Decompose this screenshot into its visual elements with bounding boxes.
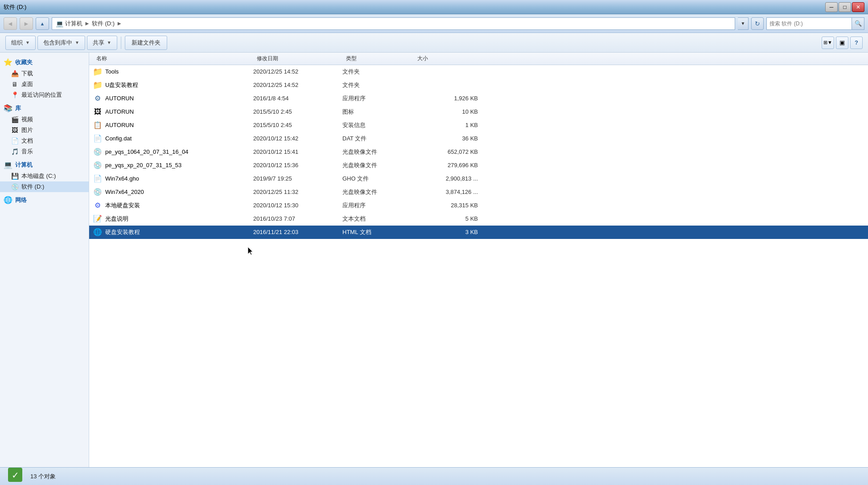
sidebar-item-download-label: 下载 xyxy=(21,70,33,78)
help-button[interactable]: ? xyxy=(850,37,863,49)
library-label: 库 xyxy=(15,104,21,112)
col-header-date[interactable]: 修改日期 xyxy=(253,53,342,65)
file-type: 应用程序 xyxy=(342,95,414,103)
sidebar-favorites-header[interactable]: ⭐ 收藏夹 xyxy=(0,56,89,68)
file-size: 28,315 KB xyxy=(414,202,485,209)
file-type: 文件夹 xyxy=(342,68,414,76)
sidebar-item-d-drive[interactable]: 💿 软件 (D:) xyxy=(0,181,89,192)
file-type: 安装信息 xyxy=(342,121,414,129)
sidebar-network-header[interactable]: 🌐 网络 xyxy=(0,194,89,206)
sidebar-item-videos-label: 视频 xyxy=(21,115,33,123)
file-date: 2020/12/25 14:52 xyxy=(253,68,342,75)
path-sep-1: ► xyxy=(84,20,90,27)
file-date: 2020/10/12 15:42 xyxy=(253,135,342,142)
sidebar-item-recent[interactable]: 📍 最近访问的位置 xyxy=(0,90,89,100)
file-date: 2019/9/7 19:25 xyxy=(253,175,342,182)
sidebar-computer-header[interactable]: 💻 计算机 xyxy=(0,159,89,171)
col-header-name[interactable]: 名称 xyxy=(93,53,253,65)
file-row[interactable]: 🌐 硬盘安装教程 2016/11/21 22:03 HTML 文档 3 KB xyxy=(89,226,868,239)
path-item-drive[interactable]: 软件 (D:) xyxy=(92,20,115,28)
include-library-label: 包含到库中 xyxy=(43,39,72,47)
sidebar-item-download[interactable]: 📥 下载 xyxy=(0,68,89,79)
status-icon: ✓ xyxy=(7,467,23,485)
file-icon: 📄 xyxy=(93,174,103,183)
file-name: 光盘说明 xyxy=(105,215,253,223)
address-path: 💻 计算机 ► 软件 (D:) ► xyxy=(52,17,735,30)
view-options-button[interactable]: ⊞▼ xyxy=(822,37,834,49)
titlebar-title: 软件 (D:) xyxy=(4,3,26,11)
main-layout: ⭐ 收藏夹 📥 下载 🖥 桌面 📍 最近访问的位置 📚 库 � xyxy=(0,53,868,467)
sidebar-library-section: 📚 库 🎬 视频 🖼 图片 📄 文档 🎵 音乐 xyxy=(0,102,89,157)
file-size: 279,696 KB xyxy=(414,162,485,169)
path-dropdown-button[interactable]: ▼ xyxy=(738,17,749,30)
file-row[interactable]: 📋 AUTORUN 2015/5/10 2:45 安装信息 1 KB xyxy=(89,119,868,132)
file-row[interactable]: 💿 Win7x64_2020 2020/12/25 11:32 光盘映像文件 3… xyxy=(89,185,868,199)
file-row[interactable]: 📁 Tools 2020/12/25 14:52 文件夹 xyxy=(89,65,868,78)
library-icon: 📚 xyxy=(4,104,12,112)
organize-button[interactable]: 组织 ▼ xyxy=(5,36,36,50)
file-size: 3 KB xyxy=(414,229,485,235)
forward-button[interactable]: ► xyxy=(20,17,33,30)
file-icon: 📁 xyxy=(93,67,103,77)
share-dropdown-icon: ▼ xyxy=(107,40,111,45)
file-icon: 📝 xyxy=(93,214,103,223)
sidebar-item-pictures[interactable]: 🖼 图片 xyxy=(0,125,89,136)
search-icon[interactable]: 🔍 xyxy=(852,18,864,29)
file-row[interactable]: 📁 U盘安装教程 2020/12/25 14:52 文件夹 xyxy=(89,78,868,92)
file-date: 2020/10/12 15:41 xyxy=(253,148,342,155)
col-header-size[interactable]: 大小 xyxy=(414,53,485,65)
preview-pane-button[interactable]: ▣ xyxy=(836,37,848,49)
file-type: 光盘映像文件 xyxy=(342,148,414,156)
file-name: Tools xyxy=(105,68,253,75)
file-row[interactable]: 🖼 AUTORUN 2015/5/10 2:45 图标 10 KB xyxy=(89,105,868,119)
file-icon: ⚙ xyxy=(93,94,103,103)
file-row[interactable]: 💿 pe_yqs_xp_20_07_31_15_53 2020/10/12 15… xyxy=(89,159,868,172)
titlebar-left: 软件 (D:) xyxy=(4,3,26,11)
include-library-dropdown-icon: ▼ xyxy=(75,40,79,45)
file-name: Win7x64_2020 xyxy=(105,189,253,195)
file-row[interactable]: 💿 pe_yqs_1064_20_07_31_16_04 2020/10/12 … xyxy=(89,145,868,159)
file-date: 2020/12/25 11:32 xyxy=(253,189,342,195)
col-header-type[interactable]: 类型 xyxy=(342,53,414,65)
organize-dropdown-icon: ▼ xyxy=(25,40,30,45)
file-type: 图标 xyxy=(342,108,414,116)
refresh-button[interactable]: ↻ xyxy=(751,17,764,30)
file-size: 2,900,813 ... xyxy=(414,175,485,182)
sidebar-item-videos[interactable]: 🎬 视频 xyxy=(0,114,89,125)
maximize-button[interactable]: □ xyxy=(839,2,851,12)
file-date: 2016/11/21 22:03 xyxy=(253,229,342,235)
sidebar-library-header[interactable]: 📚 库 xyxy=(0,102,89,114)
column-headers: 名称 修改日期 类型 大小 xyxy=(89,53,868,65)
file-row[interactable]: 📄 Win7x64.gho 2019/9/7 19:25 GHO 文件 2,90… xyxy=(89,172,868,185)
toolbar-separator xyxy=(121,37,121,49)
file-name: AUTORUN xyxy=(105,95,253,102)
file-row[interactable]: 📄 Config.dat 2020/10/12 15:42 DAT 文件 36 … xyxy=(89,132,868,145)
new-folder-button[interactable]: 新建文件夹 xyxy=(125,36,167,50)
file-date: 2020/12/25 14:52 xyxy=(253,82,342,88)
close-button[interactable]: ✕ xyxy=(852,2,864,12)
sidebar-item-music[interactable]: 🎵 音乐 xyxy=(0,146,89,157)
file-type: 光盘映像文件 xyxy=(342,188,414,196)
file-type: 光盘映像文件 xyxy=(342,161,414,169)
file-row[interactable]: 📝 光盘说明 2016/10/23 7:07 文本文档 5 KB xyxy=(89,212,868,226)
share-button[interactable]: 共享 ▼ xyxy=(87,36,117,50)
sidebar-item-documents[interactable]: 📄 文档 xyxy=(0,136,89,146)
network-label: 网络 xyxy=(15,196,27,204)
up-button[interactable]: ▲ xyxy=(36,17,49,30)
back-button[interactable]: ◄ xyxy=(4,17,17,30)
search-input[interactable] xyxy=(767,21,852,27)
include-library-button[interactable]: 包含到库中 ▼ xyxy=(37,36,85,50)
sidebar-item-desktop[interactable]: 🖥 桌面 xyxy=(0,79,89,90)
network-icon: 🌐 xyxy=(4,196,12,204)
file-date: 2016/10/23 7:07 xyxy=(253,215,342,222)
minimize-button[interactable]: ─ xyxy=(825,2,838,12)
file-name: pe_yqs_xp_20_07_31_15_53 xyxy=(105,162,253,169)
file-row[interactable]: ⚙ 本地硬盘安装 2020/10/12 15:30 应用程序 28,315 KB xyxy=(89,199,868,212)
c-drive-icon: 💾 xyxy=(11,173,19,180)
computer-icon: 💻 xyxy=(4,160,12,169)
file-date: 2016/1/8 4:54 xyxy=(253,95,342,102)
sidebar-item-c-drive[interactable]: 💾 本地磁盘 (C:) xyxy=(0,171,89,181)
path-item-computer[interactable]: 计算机 xyxy=(65,20,82,28)
recent-icon: 📍 xyxy=(11,91,19,99)
file-row[interactable]: ⚙ AUTORUN 2016/1/8 4:54 应用程序 1,926 KB xyxy=(89,92,868,105)
